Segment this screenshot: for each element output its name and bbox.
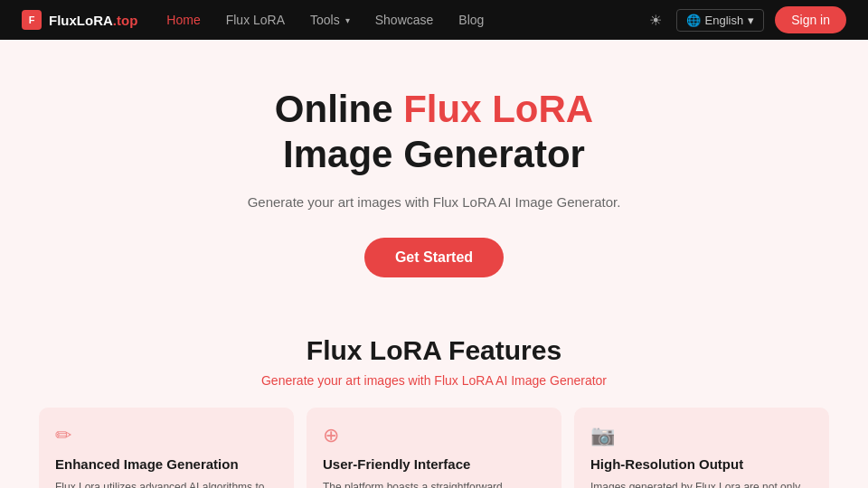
feature-cards-container: ✏ Enhanced Image Generation Flux Lora ut… [0,408,868,488]
hero-title-end: Image Generator [283,133,585,175]
feature-card-0: ✏ Enhanced Image Generation Flux Lora ut… [39,408,294,488]
feature-card-desc-1: The platform boasts a straightforward in… [323,479,545,488]
hero-section: Online Flux LoRAImage Generator Generate… [0,40,868,310]
nav-flux-lora[interactable]: Flux LoRA [226,13,285,27]
feature-card-title-0: Enhanced Image Generation [55,456,278,472]
hero-title-plain: Online [275,88,403,130]
enhanced-generation-icon: ✏ [55,424,278,447]
feature-card-1: ⊕ User-Friendly Interface The platform b… [307,408,561,488]
nav-blog[interactable]: Blog [458,13,484,27]
nav-tools[interactable]: Tools ▾ [310,13,350,27]
features-section: Flux LoRA Features Generate your art ima… [0,310,868,388]
logo-icon: F [22,10,42,30]
nav-logo[interactable]: F FluxLoRA.top [22,10,137,30]
feature-card-desc-2: Images generated by Flux Lora are not on… [590,479,813,488]
feature-card-desc-0: Flux Lora utilizes advanced AI algorithm… [55,479,278,488]
logo-text: FluxLoRA.top [49,13,137,28]
navbar: F FluxLoRA.top Home Flux LoRA Tools ▾ Sh… [0,0,868,40]
user-friendly-icon: ⊕ [323,424,545,447]
nav-right-controls: ☀ 🌐 English ▾ Sign in [646,6,846,33]
lang-chevron-icon: ▾ [748,14,754,27]
nav-showcase[interactable]: Showcase [375,13,434,27]
hero-title: Online Flux LoRAImage Generator [18,87,850,178]
nav-links: Home Flux LoRA Tools ▾ Showcase Blog [166,13,616,27]
nav-home[interactable]: Home [166,13,200,27]
language-selector[interactable]: 🌐 English ▾ [676,9,765,32]
globe-icon: 🌐 [686,14,701,27]
feature-card-title-1: User-Friendly Interface [323,456,545,472]
get-started-button[interactable]: Get Started [364,238,504,277]
feature-card-title-2: High-Resolution Output [590,456,813,472]
hero-title-highlight: Flux LoRA [403,88,593,130]
hero-subtitle: Generate your art images with Flux LoRA … [18,192,850,213]
high-resolution-icon: 📷 [590,424,813,447]
language-label: English [705,14,744,27]
feature-card-2: 📷 High-Resolution Output Images generate… [574,408,829,488]
theme-toggle-button[interactable]: ☀ [646,8,665,33]
features-title: Flux LoRA Features [18,335,850,366]
signin-button[interactable]: Sign in [775,6,846,33]
chevron-down-icon: ▾ [345,15,350,25]
features-subtitle: Generate your art images with Flux LoRA … [18,373,850,388]
